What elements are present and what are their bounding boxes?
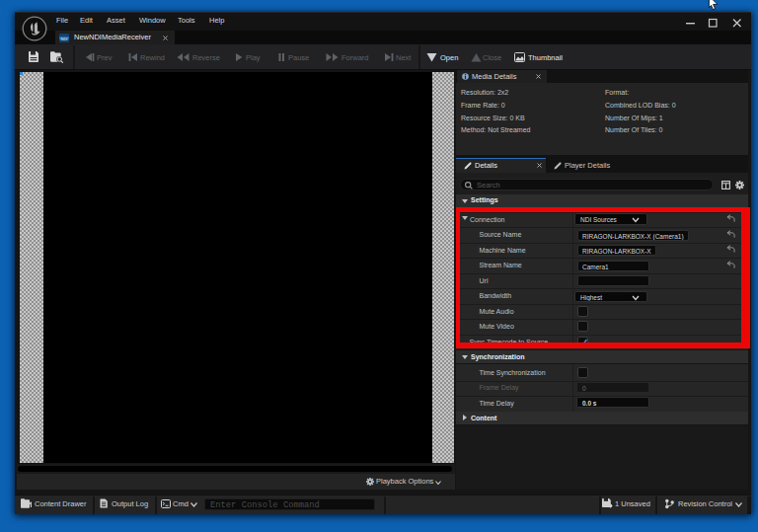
svg-text:NDI: NDI bbox=[61, 36, 68, 40]
